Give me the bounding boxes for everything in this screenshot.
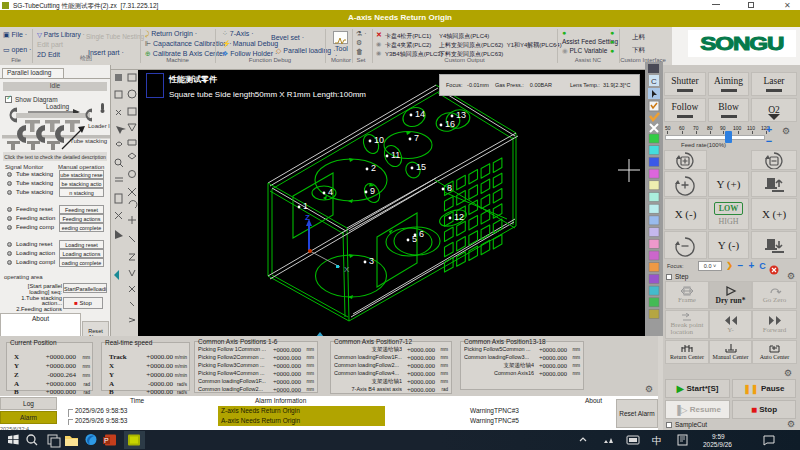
svg-text:4: 4 (328, 187, 333, 197)
svg-text:12: 12 (454, 212, 464, 222)
svg-text:16: 16 (445, 119, 455, 129)
svg-text:9:59: 9:59 (712, 433, 725, 440)
svg-text:13: 13 (456, 110, 466, 120)
svg-text:11: 11 (391, 150, 400, 160)
svg-text:2025/9/26: 2025/9/26 (703, 441, 732, 448)
svg-text:7: 7 (414, 133, 419, 143)
svg-text:Tube stacking: Tube stacking (70, 138, 107, 144)
svg-text:X: X (344, 265, 350, 274)
svg-text:15: 15 (416, 162, 426, 172)
svg-text:Loader l: Loader l (88, 123, 110, 129)
svg-text:中: 中 (652, 435, 662, 446)
svg-text:C: C (651, 77, 657, 86)
svg-text:1: 1 (303, 201, 308, 211)
svg-text:14: 14 (415, 109, 425, 119)
svg-text:3: 3 (369, 256, 374, 266)
svg-text:Z: Z (305, 213, 310, 222)
svg-text:6: 6 (419, 229, 424, 239)
svg-text:8: 8 (447, 183, 452, 193)
svg-text:9: 9 (370, 186, 375, 196)
svg-text:10: 10 (374, 135, 384, 145)
svg-text:Loading: Loading (46, 103, 70, 111)
svg-text:2: 2 (371, 163, 376, 173)
svg-text:P: P (104, 437, 109, 444)
